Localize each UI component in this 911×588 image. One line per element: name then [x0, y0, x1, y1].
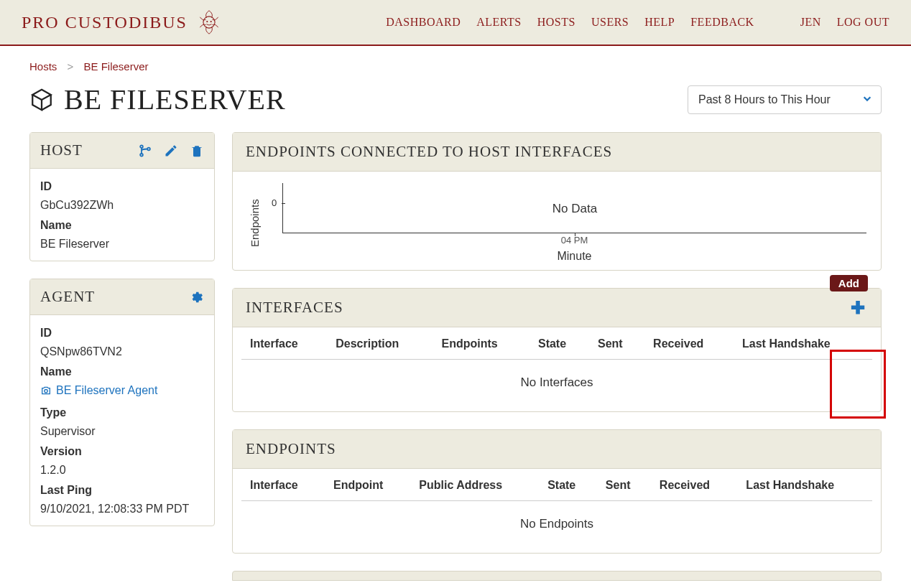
branch-icon[interactable]	[138, 144, 152, 158]
agent-lastping-value: 9/10/2021, 12:08:33 PM PDT	[40, 503, 204, 515]
trash-icon[interactable]	[190, 144, 204, 158]
endpoints-table: Interface Endpoint Public Address State …	[241, 469, 872, 501]
interfaces-title: INTERFACES	[246, 299, 343, 317]
agent-type-value: Supervisor	[40, 425, 204, 438]
agent-id-value: QSNpw86TVN2	[40, 345, 204, 358]
chart-no-data: No Data	[552, 202, 597, 216]
ecol-state: State	[539, 469, 597, 501]
brand[interactable]: PRO CUSTODIBUS	[22, 9, 222, 35]
svg-point-5	[147, 147, 150, 150]
col-received: Received	[644, 327, 734, 360]
chart-plot: 0 No Data	[282, 183, 866, 233]
agent-name-link[interactable]: BE Fileserver Agent	[40, 384, 157, 397]
breadcrumb: Hosts > BE Fileserver	[29, 53, 882, 83]
chart-ylabel: Endpoints	[247, 183, 262, 263]
time-range-select[interactable]: Past 8 Hours to This Hour	[688, 85, 882, 114]
brand-text: PRO CUSTODIBUS	[22, 13, 188, 32]
time-range-value: Past 8 Hours to This Hour	[698, 93, 831, 106]
chevron-down-icon	[862, 93, 872, 106]
svg-point-3	[140, 145, 143, 148]
endpoints-chart-panel: ENDPOINTS CONNECTED TO HOST INTERFACES E…	[232, 132, 882, 271]
nav-feedback[interactable]: FEEDBACK	[690, 16, 754, 29]
plus-icon: ✚	[851, 298, 865, 317]
nav-users[interactable]: USERS	[591, 16, 629, 29]
chart-ytick-0: 0	[272, 197, 277, 208]
nav-dashboard[interactable]: DASHBOARD	[386, 16, 461, 29]
chart-xlabel: Minute	[282, 250, 866, 263]
host-id-label: ID	[40, 180, 204, 193]
agent-lastping-label: Last Ping	[40, 484, 204, 497]
page-title-text: BE FILESERVER	[64, 83, 286, 116]
svg-point-4	[140, 154, 143, 157]
host-id-value: GbCu392ZWh	[40, 199, 204, 212]
nav-alerts[interactable]: ALERTS	[476, 16, 521, 29]
ecol-sent: Sent	[597, 469, 651, 501]
endpoints-table-panel: ENDPOINTS Interface Endpoint Public Addr…	[232, 429, 882, 554]
add-tooltip: Add	[830, 275, 868, 291]
agent-version-value: 1.2.0	[40, 464, 204, 477]
agent-name-value: BE Fileserver Agent	[56, 384, 157, 397]
col-last-handshake: Last Handshake	[734, 327, 872, 360]
agent-id-label: ID	[40, 327, 204, 340]
col-state: State	[530, 327, 589, 360]
nav-help[interactable]: HELP	[644, 16, 675, 29]
cube-icon	[29, 88, 54, 112]
breadcrumb-current: BE Fileserver	[83, 60, 148, 73]
host-card-title: HOST	[40, 141, 83, 159]
nav-logout[interactable]: LOG OUT	[837, 16, 889, 29]
col-interface: Interface	[241, 327, 327, 360]
medusa-logo-icon	[196, 9, 222, 35]
ecol-endpoint: Endpoint	[325, 469, 410, 501]
endpoints-empty: No Endpoints	[241, 501, 872, 547]
agent-name-label: Name	[40, 365, 204, 378]
nav-username[interactable]: JEN	[800, 16, 821, 29]
ecol-last-handshake: Last Handshake	[737, 469, 872, 501]
interfaces-table: Interface Description Endpoints State Se…	[241, 327, 872, 360]
nav-hosts[interactable]: HOSTS	[537, 16, 575, 29]
interfaces-panel: INTERFACES ✚ Add Interface Description E…	[232, 288, 882, 412]
ecol-public-address: Public Address	[410, 469, 539, 501]
svg-point-2	[211, 21, 212, 22]
breadcrumb-root[interactable]: Hosts	[29, 60, 57, 73]
col-description: Description	[327, 327, 433, 360]
page-title: BE FILESERVER	[29, 83, 286, 116]
chart-xtick: 04 PM	[282, 235, 866, 246]
svg-point-1	[206, 21, 208, 22]
agent-version-label: Version	[40, 445, 204, 458]
interfaces-empty: No Interfaces	[241, 360, 872, 406]
breadcrumb-separator: >	[60, 60, 81, 73]
endpoints-table-title: ENDPOINTS	[246, 440, 336, 458]
agent-card-title: AGENT	[40, 288, 95, 306]
ecol-received: Received	[651, 469, 738, 501]
host-card: HOST ID GbCu392ZWh Name BE Fileserver	[29, 132, 215, 261]
col-sent: Sent	[589, 327, 644, 360]
agent-card: AGENT ID QSNpw86TVN2 Name BE Fileserver …	[29, 279, 215, 526]
gear-icon[interactable]	[190, 290, 204, 304]
endpoints-chart-title: ENDPOINTS CONNECTED TO HOST INTERFACES	[246, 143, 612, 161]
next-panel-peek	[232, 571, 882, 581]
svg-point-0	[203, 17, 215, 28]
host-name-value: BE Fileserver	[40, 238, 204, 251]
edit-icon[interactable]	[164, 144, 178, 158]
camera-icon	[40, 385, 52, 396]
col-endpoints: Endpoints	[433, 327, 530, 360]
ecol-interface: Interface	[241, 469, 325, 501]
agent-type-label: Type	[40, 406, 204, 419]
host-name-label: Name	[40, 219, 204, 232]
add-interface-button[interactable]: ✚ Add	[848, 299, 868, 317]
svg-point-6	[45, 390, 47, 393]
